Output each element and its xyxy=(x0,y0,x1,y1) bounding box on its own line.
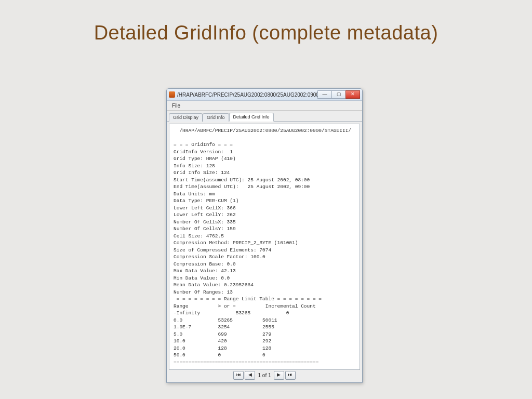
pager-prev-button[interactable]: ◀ xyxy=(245,371,255,380)
pager-bar: ⏮ ◀ 1 of 1 ▶ ⏭ xyxy=(169,370,360,380)
tab-grid-display[interactable]: Grid Display xyxy=(169,113,203,122)
close-button[interactable]: ✕ xyxy=(345,90,360,99)
java-app-icon xyxy=(169,91,175,98)
window-title: /HRAP/ABRFC/PRECIP/25AUG2002:0800/25AUG2… xyxy=(177,92,318,98)
titlebar[interactable]: /HRAP/ABRFC/PRECIP/25AUG2002:0800/25AUG2… xyxy=(167,89,362,101)
pager-label: 1 of 1 xyxy=(258,373,271,378)
detailed-gridinfo-text: /HRAP/ABRFC/PRECIP/25AUG2002:0800/25AUG2… xyxy=(169,124,360,370)
content-area: /HRAP/ABRFC/PRECIP/25AUG2002:0800/25AUG2… xyxy=(167,122,362,382)
tab-detailed-grid-info[interactable]: Detailed Grid Info xyxy=(229,113,274,122)
window-controls: — ▢ ✕ xyxy=(318,90,360,99)
pager-last-button[interactable]: ⏭ xyxy=(285,371,296,380)
slide-title: Detailed GridInfo (complete metadata) xyxy=(0,0,532,44)
maximize-button[interactable]: ▢ xyxy=(331,90,346,99)
tab-bar: Grid Display Grid Info Detailed Grid Inf… xyxy=(167,111,362,122)
pager-first-button[interactable]: ⏮ xyxy=(233,371,244,380)
tab-grid-info[interactable]: Grid Info xyxy=(203,113,229,122)
minimize-button[interactable]: — xyxy=(317,90,332,99)
menu-file[interactable]: File xyxy=(169,102,183,109)
menubar: File xyxy=(167,101,362,111)
application-window: /HRAP/ABRFC/PRECIP/25AUG2002:0800/25AUG2… xyxy=(166,88,363,383)
pager-next-button[interactable]: ▶ xyxy=(274,371,284,380)
